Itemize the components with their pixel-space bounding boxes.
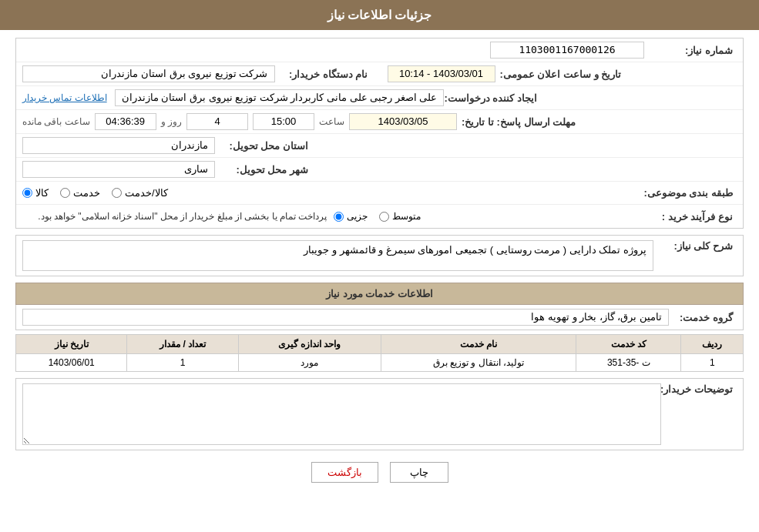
col-header-code: کد خدمت: [576, 335, 681, 354]
col-header-qty: تعداد / مقدار: [127, 335, 238, 354]
buyer-org-value: شرکت توزیع نیروی برق استان مازندران: [22, 65, 275, 82]
response-time: 15:00: [253, 113, 314, 130]
category-label: طبقه بندی موضوعی:: [643, 187, 737, 199]
back-button[interactable]: بازگشت: [311, 462, 378, 483]
category-radio-group: کالا/خدمت خدمت کالا: [22, 187, 634, 199]
service-group-value: تامین برق، گاز، بخار و تهویه هوا: [22, 309, 669, 326]
province-value: مازندران: [22, 137, 215, 154]
category-service-option[interactable]: خدمت: [60, 187, 100, 199]
response-date: 1403/03/05: [349, 113, 457, 130]
category-service-radio[interactable]: [60, 188, 70, 198]
purchase-medium-option[interactable]: متوسط: [379, 211, 421, 222]
announce-datetime-label: تاریخ و ساعت اعلان عمومی:: [500, 69, 626, 80]
table-cell-row: 1: [681, 354, 744, 372]
response-day-label: روز و: [161, 116, 182, 127]
category-goods-service-label: کالا/خدمت: [125, 187, 168, 199]
table-row: 1ت -35-351تولید، انتقال و توزیع برقمورد1…: [16, 354, 744, 372]
services-info-title: اطلاعات خدمات مورد نیاز: [15, 283, 744, 305]
page-title: جزئیات اطلاعات نیاز: [327, 8, 432, 22]
category-goods-service-radio[interactable]: [112, 188, 122, 198]
remaining-time: 04:36:39: [95, 113, 156, 130]
col-header-row: ردیف: [681, 335, 744, 354]
buyer-notes-label: توضیحات خریدار:: [667, 383, 737, 395]
response-time-label: ساعت: [319, 116, 344, 127]
buttons-row: چاپ بازگشت: [15, 462, 744, 490]
need-description-value: پروژه تملک دارایی ( مرمت روستایی ) تجمیع…: [22, 240, 653, 271]
need-description-label: شرح کلی نیاز:: [660, 240, 737, 252]
purchase-medium-label: متوسط: [392, 211, 421, 222]
purchase-partial-label: جزیی: [347, 211, 368, 222]
table-cell-code: ت -35-351: [576, 354, 681, 372]
service-group-label: گروه خدمت:: [675, 312, 737, 323]
need-number-value: 1103001167000126: [490, 42, 644, 59]
response-days: 4: [186, 113, 248, 130]
remaining-label: ساعت باقی مانده: [22, 116, 90, 127]
table-cell-quantity: 1: [127, 354, 238, 372]
buyer-notes-input[interactable]: [22, 383, 661, 445]
purchase-type-group: متوسط جزیی: [334, 211, 639, 222]
buyer-org-label: نام دستگاه خریدار:: [280, 69, 372, 80]
creator-label: ایجاد کننده درخواست:: [444, 92, 541, 104]
purchase-partial-option[interactable]: جزیی: [334, 211, 368, 222]
category-goods-service-option[interactable]: کالا/خدمت: [112, 187, 168, 199]
purchase-partial-radio[interactable]: [334, 212, 344, 222]
purchase-type-label: نوع فرآیند خرید :: [644, 211, 737, 223]
table-cell-date: 1403/06/01: [16, 354, 127, 372]
category-service-label: خدمت: [73, 187, 100, 199]
province-label: استان محل تحویل:: [220, 140, 312, 152]
creator-contact-link[interactable]: اطلاعات تماس خریدار: [22, 92, 107, 103]
table-cell-unit: مورد: [238, 354, 381, 372]
response-deadline-label: مهلت ارسال پاسخ: تا تاریخ:: [462, 116, 579, 128]
col-header-date: تاریخ نیاز: [16, 335, 127, 354]
announce-datetime-value: 1403/03/01 - 10:14: [388, 65, 495, 82]
purchase-note: پرداخت تمام یا بخشی از مبلغ خریدار از مح…: [22, 211, 327, 222]
category-goods-option[interactable]: کالا: [22, 187, 49, 199]
purchase-medium-radio[interactable]: [379, 212, 389, 222]
creator-value: علی اصغر رجبی علی مانی کاربردار شرکت توز…: [115, 89, 445, 106]
table-cell-name: تولید، انتقال و توزیع برق: [381, 354, 576, 372]
city-value: ساری: [22, 161, 215, 178]
print-button[interactable]: چاپ: [390, 462, 448, 483]
need-number-label: شماره نیاز:: [644, 45, 737, 56]
col-header-name: نام خدمت: [381, 335, 576, 354]
col-header-unit: واحد اندازه گیری: [238, 335, 381, 354]
city-label: شهر محل تحویل:: [220, 164, 312, 176]
category-goods-label: کالا: [35, 187, 49, 199]
services-table: ردیف کد خدمت نام خدمت واحد اندازه گیری ت…: [15, 334, 744, 372]
category-goods-radio[interactable]: [22, 188, 32, 198]
page-header: جزئیات اطلاعات نیاز: [0, 0, 759, 30]
